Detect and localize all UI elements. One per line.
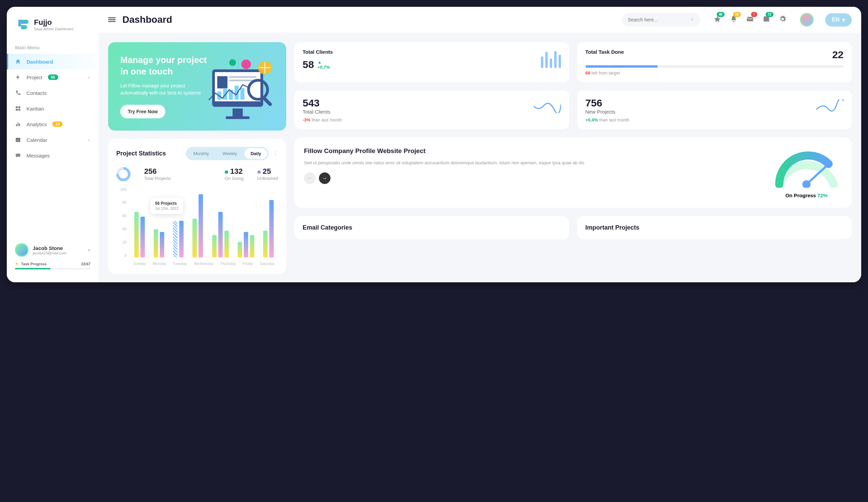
sidebar-item-messages[interactable]: Messages [7,147,99,163]
lang-label: EN [832,17,839,23]
logo-icon [15,17,30,32]
nav-label: Kanban [27,106,44,112]
user-name: Jacob Stone [33,245,66,251]
svg-rect-26 [232,109,243,117]
grid-icon [15,105,21,112]
favorites-button[interactable]: 46 [714,15,721,24]
stat-value: 756 [586,97,616,109]
svg-rect-15 [747,17,753,21]
trend-pct: -3% [302,117,310,122]
section-title: Important Projects [586,224,844,231]
email-categories-card: Email Categories [294,216,569,239]
page-title: Dashboard [122,14,172,25]
left-text: left from target [590,70,620,75]
stat-label: Total Clients [302,109,330,115]
sidebar-item-kanban[interactable]: Kanban [7,101,99,116]
card-title: Project Statistics [116,150,166,157]
badge: 46 [717,12,724,17]
search-input[interactable] [628,17,688,22]
sidebar-item-dashboard[interactable]: Dashboard [7,54,99,69]
svg-rect-2 [16,109,18,111]
star-icon: ★ [15,262,18,266]
svg-rect-27 [226,116,250,119]
trend-text: than last month [598,117,630,122]
hero-banner: Manage your project in one touch Let Fil… [108,42,286,131]
svg-rect-19 [229,76,256,78]
tooltip-title: 56 Projects [155,201,178,206]
nav-label: Project [27,74,42,80]
important-projects-card: Important Projects [577,216,852,239]
chevron-right-icon: ▸ [89,75,91,80]
try-free-button[interactable]: Try Free Now [120,105,165,119]
svg-point-32 [229,59,236,66]
more-options-button[interactable]: ⋮ [273,150,278,157]
badge: 10 [733,12,741,17]
chevron-down-icon: ▾ [88,247,91,253]
stat-value: 22 [832,49,844,61]
svg-rect-24 [235,86,239,100]
inbox-button[interactable]: 72 [763,15,770,24]
nav-label: Analytics [27,121,47,127]
left-count: 68 [586,70,590,75]
badge: 72 [766,12,774,17]
progress-bar [586,65,844,68]
ongoing-label: On Going [225,176,244,181]
tab-monthly[interactable]: Monthly [187,148,215,159]
svg-point-31 [241,60,251,69]
tooltip-date: Jul 12th, 2022 [155,206,178,211]
profile-description: Sed ut perspiciatis unde omnis iste natu… [304,160,763,167]
sidebar-item-analytics[interactable]: Analytics 10 [7,116,99,132]
bar-chart: 100806040200 SundayMondayTuesdayWednesda… [116,187,278,266]
stat-label: Total Task Done [586,49,624,55]
svg-rect-12 [108,21,116,22]
project-statistics-card: Project Statistics Monthly Weekly Daily … [108,139,286,274]
menu-toggle-icon[interactable] [108,16,116,23]
svg-point-13 [691,19,693,20]
company-profile-card: Fillow Company Profile Website Project S… [294,137,852,208]
chevron-down-icon: ▾ [842,17,845,23]
settings-button[interactable] [779,15,786,24]
svg-line-14 [693,20,693,21]
tab-weekly[interactable]: Weekly [217,148,243,159]
chevron-right-icon: ▸ [89,138,91,142]
stat-value: 58 [302,59,314,70]
sidebar-item-contacts[interactable]: Contacts [7,85,99,101]
brand-tagline: Saas Admin Dashboard [34,27,73,31]
stat-total-clients-2: 543 Total Clients -3% than last month [294,91,569,129]
svg-rect-5 [18,123,19,126]
notifications-button[interactable]: 10 [730,15,737,24]
user-avatar[interactable] [800,13,814,27]
brand-logo[interactable]: Fujjo Saas Admin Dashboard [7,13,99,40]
ongoing-value: 132 [230,167,243,175]
svg-rect-6 [19,123,20,126]
nav-label: Calendar [27,137,47,143]
search-box[interactable] [622,13,700,27]
nav-label: Dashboard [27,59,53,65]
total-projects-value: 256 [144,167,171,176]
language-selector[interactable]: EN ▾ [825,13,852,27]
unfinished-label: Unfinished [257,176,278,181]
next-button[interactable]: → [319,172,330,184]
phone-icon [15,90,21,96]
trend-indicator: ▲+0,7% [317,60,330,70]
messages-button[interactable]: ! [746,15,754,24]
tab-daily[interactable]: Daily [245,148,267,159]
progress-count: 22/47 [81,262,91,266]
nav-label: Contacts [27,90,46,96]
avatar [15,243,29,257]
svg-rect-18 [217,76,227,89]
svg-rect-8 [16,138,20,139]
svg-rect-25 [240,88,245,100]
sidebar-item-calendar[interactable]: Calendar ▸ [7,132,99,147]
user-profile[interactable]: Jacob Stone jacobs23@mail.com ▾ [15,243,91,257]
svg-rect-4 [16,124,17,126]
progress-label: Task Progress [21,262,46,266]
sidebar-item-project[interactable]: Project 65 ▸ [7,69,99,85]
message-icon [15,152,21,158]
svg-rect-1 [18,106,20,108]
stat-label: New Projects [586,109,616,115]
gauge-percent: 72% [817,193,828,198]
prev-button[interactable]: ← [304,172,316,184]
hero-description: Let Fillow manage your project automatic… [120,82,202,96]
mini-bar-chart [541,49,561,68]
